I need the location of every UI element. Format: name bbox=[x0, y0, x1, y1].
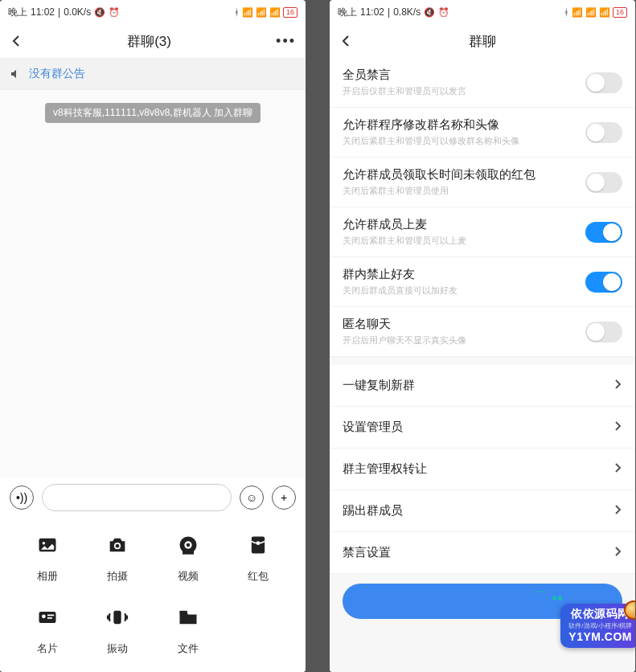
signal-icon: 📶 bbox=[585, 7, 597, 18]
svg-point-6 bbox=[186, 543, 190, 547]
setting-toggle-row[interactable]: 群内禁止好友 关闭后群成员直接可以加好友 bbox=[330, 257, 635, 307]
watermark-subtitle: 软件/游戏/小程序/棋牌 bbox=[568, 621, 632, 630]
chevron-right-icon bbox=[614, 462, 622, 477]
status-speed: 0.8K/s bbox=[393, 6, 421, 18]
chevron-right-icon bbox=[614, 420, 622, 435]
grid-item-vibrate[interactable]: 振动 bbox=[87, 598, 150, 656]
input-bar: •)) ☺ + bbox=[0, 477, 306, 518]
grid-label: 红包 bbox=[248, 569, 269, 584]
watermark-url: Y1YM.COM bbox=[568, 630, 632, 643]
setting-description: 关闭后紧群主和管理员可以上麦 bbox=[343, 235, 577, 247]
grid-label: 拍摄 bbox=[107, 569, 128, 584]
plus-icon: + bbox=[281, 491, 287, 504]
svg-point-3 bbox=[116, 544, 120, 548]
more-button[interactable]: ••• bbox=[276, 33, 296, 50]
message-input[interactable] bbox=[42, 484, 232, 511]
toggle-switch[interactable] bbox=[585, 122, 622, 143]
setting-toggle-row[interactable]: 允许群成员领取长时间未领取的红包 关闭后紧群主和管理员使用 bbox=[330, 158, 635, 207]
watermark-badge: 依依源码网 软件/游戏/小程序/棋牌 Y1YM.COM bbox=[560, 604, 635, 648]
status-speed: 0.0K/s bbox=[64, 6, 91, 18]
setting-title: 群内禁止好友 bbox=[343, 267, 577, 282]
grid-label: 文件 bbox=[178, 641, 199, 656]
toggle-knob bbox=[603, 223, 621, 241]
camera-icon bbox=[98, 526, 137, 564]
grid-item-file[interactable]: 文件 bbox=[157, 598, 220, 656]
grid-item-photo[interactable]: 相册 bbox=[16, 526, 79, 584]
setting-link-row[interactable]: 群主管理权转让 bbox=[330, 449, 635, 490]
chevron-right-icon bbox=[614, 379, 622, 393]
setting-toggle-row[interactable]: 允许群成员上麦 关闭后紧群主和管理员可以上麦 bbox=[330, 207, 635, 257]
setting-link-row[interactable]: 一键复制新群 bbox=[330, 365, 635, 407]
setting-link-row[interactable]: 禁言设置 bbox=[330, 532, 635, 574]
svg-rect-13 bbox=[47, 617, 52, 619]
voice-button[interactable]: •)) bbox=[10, 486, 34, 510]
grid-label: 名片 bbox=[37, 641, 58, 656]
signal-icon: 📶 bbox=[242, 7, 253, 18]
wifi-icon: 📶 bbox=[269, 7, 281, 18]
toggle-knob bbox=[587, 174, 605, 191]
chevron-left-icon bbox=[339, 35, 352, 47]
grid-label: 视频 bbox=[178, 569, 199, 584]
setting-link-label: 禁言设置 bbox=[343, 545, 606, 560]
battery-indicator: 16 bbox=[613, 7, 627, 18]
plus-button[interactable]: + bbox=[272, 486, 296, 510]
setting-link-label: 群主管理权转让 bbox=[343, 461, 606, 477]
back-button[interactable] bbox=[339, 35, 352, 47]
toggle-switch[interactable] bbox=[585, 322, 622, 342]
status-time-prefix: 晚上 bbox=[338, 6, 357, 19]
alarm-icon: ⏰ bbox=[438, 7, 449, 18]
setting-toggle-row[interactable]: 匿名聊天 开启后用户聊天不显示真实头像 bbox=[330, 307, 635, 357]
setting-toggle-row[interactable]: 允许群程序修改群名称和头像 关闭后紧群主和管理员可以修改群名称和头像 bbox=[330, 108, 635, 158]
status-time: 11:02 bbox=[31, 6, 55, 18]
toggle-switch[interactable] bbox=[585, 222, 622, 243]
setting-description: 关闭后群成员直接可以加好友 bbox=[343, 285, 577, 297]
phone-settings-screen: 晚上11:02 | 0.8K/s 🔇 ⏰ ᚼ 📶 📶 📶 16 群聊 全员禁言 … bbox=[330, 0, 635, 672]
toggle-switch[interactable] bbox=[585, 72, 622, 93]
toggle-knob bbox=[587, 323, 605, 341]
wifi-icon: 📶 bbox=[599, 7, 610, 18]
back-button[interactable] bbox=[10, 35, 23, 47]
page-title: 群聊(3) bbox=[127, 32, 171, 51]
setting-title: 允许群程序修改群名称和头像 bbox=[343, 117, 577, 133]
battery-indicator: 16 bbox=[283, 7, 297, 18]
status-time: 11:02 bbox=[360, 6, 384, 18]
smile-icon: ☺ bbox=[246, 491, 257, 504]
toggle-knob bbox=[587, 74, 605, 92]
decorative-dots: ⌒ •• bbox=[531, 588, 563, 609]
setting-toggle-row[interactable]: 全员禁言 开启后仅群主和管理员可以发言 bbox=[330, 58, 635, 108]
settings-list: 全员禁言 开启后仅群主和管理员可以发言 允许群程序修改群名称和头像 关闭后紧群主… bbox=[330, 58, 635, 672]
setting-description: 开启后仅群主和管理员可以发言 bbox=[343, 85, 577, 97]
setting-link-label: 踢出群成员 bbox=[343, 503, 606, 518]
mute-icon: 🔇 bbox=[94, 7, 105, 18]
chat-messages-area[interactable]: v8科技客服,111111,v8v8v8,群机器人 加入群聊 bbox=[0, 90, 306, 477]
svg-point-11 bbox=[42, 615, 46, 619]
toggle-switch[interactable] bbox=[585, 272, 622, 293]
toggle-switch[interactable] bbox=[585, 172, 622, 193]
svg-rect-7 bbox=[183, 551, 194, 555]
status-bar: 晚上11:02 | 0.8K/s 🔇 ⏰ ᚼ 📶 📶 📶 16 bbox=[330, 0, 635, 24]
svg-point-9 bbox=[256, 541, 261, 545]
system-message: v8科技客服,111111,v8v8v8,群机器人 加入群聊 bbox=[45, 103, 261, 123]
grid-item-video[interactable]: 视频 bbox=[157, 526, 220, 584]
grid-item-redpacket[interactable]: 红包 bbox=[228, 526, 290, 584]
setting-title: 全员禁言 bbox=[343, 68, 577, 83]
grid-label: 相册 bbox=[37, 569, 58, 584]
setting-link-label: 一键复制新群 bbox=[343, 378, 606, 393]
svg-rect-12 bbox=[47, 615, 54, 617]
status-time-prefix: 晚上 bbox=[8, 6, 27, 19]
grid-item-camera[interactable]: 拍摄 bbox=[87, 526, 150, 584]
svg-rect-15 bbox=[179, 611, 187, 614]
top-nav: 群聊 bbox=[330, 24, 635, 58]
redpacket-icon bbox=[239, 526, 277, 564]
setting-link-row[interactable]: 设置管理员 bbox=[330, 407, 635, 449]
setting-link-row[interactable]: 踢出群成员 bbox=[330, 490, 635, 532]
card-icon bbox=[28, 598, 67, 637]
emoji-button[interactable]: ☺ bbox=[240, 486, 264, 510]
megaphone-icon bbox=[10, 68, 23, 80]
announcement-bar[interactable]: 没有群公告 bbox=[0, 58, 306, 90]
photo-icon bbox=[28, 526, 67, 564]
grid-item-card[interactable]: 名片 bbox=[16, 598, 79, 656]
bluetooth-icon: ᚼ bbox=[234, 7, 240, 17]
alarm-icon: ⏰ bbox=[109, 7, 120, 18]
sound-icon: •)) bbox=[16, 491, 27, 504]
